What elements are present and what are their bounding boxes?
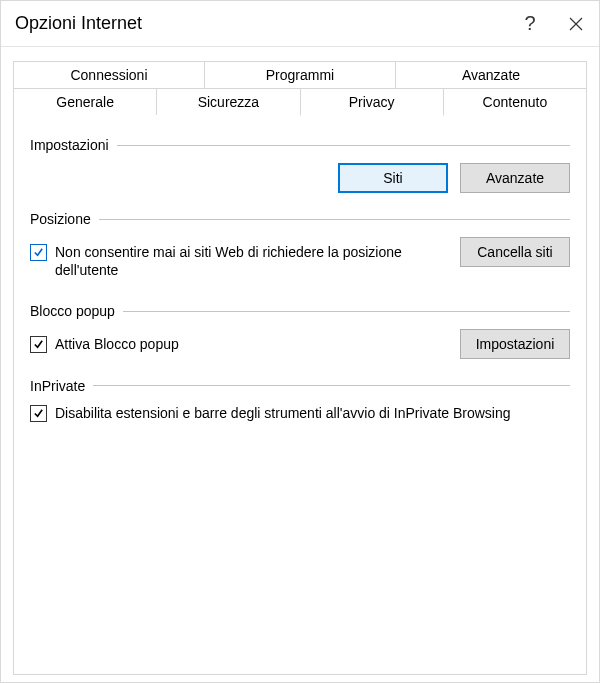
close-icon <box>569 17 583 31</box>
check-icon <box>33 408 44 419</box>
tab-row-bottom: Generale Sicurezza Privacy Contenuto <box>13 88 587 116</box>
popup-group-title: Blocco popup <box>30 303 115 319</box>
group-header: Posizione <box>30 211 570 227</box>
tab-advanced[interactable]: Avanzate <box>395 61 587 88</box>
close-button[interactable] <box>553 1 599 47</box>
check-icon <box>33 339 44 350</box>
dialog-body: Connessioni Programmi Avanzate Generale … <box>1 47 599 683</box>
tab-general[interactable]: Generale <box>13 88 157 116</box>
sites-button[interactable]: Siti <box>338 163 448 193</box>
popup-group: Blocco popup Attiva Blocco p <box>30 303 570 359</box>
never-allow-location-row: Non consentire mai ai siti Web di richie… <box>30 243 450 279</box>
check-icon <box>33 247 44 258</box>
enable-popup-blocker-label: Attiva Blocco popup <box>55 335 450 353</box>
tab-security[interactable]: Sicurezza <box>156 88 300 116</box>
internet-options-window: Opzioni Internet ? Connessioni Programmi… <box>0 0 600 683</box>
popup-settings-button[interactable]: Impostazioni <box>460 329 570 359</box>
never-allow-location-label: Non consentire mai ai siti Web di richie… <box>55 243 450 279</box>
inprivate-group: InPrivate Disabilita estensioni e barre … <box>30 378 570 422</box>
group-header: InPrivate <box>30 378 570 394</box>
divider <box>99 219 570 220</box>
tab-strip: Connessioni Programmi Avanzate Generale … <box>13 61 587 675</box>
advanced-button[interactable]: Avanzate <box>460 163 570 193</box>
help-button[interactable]: ? <box>507 1 553 47</box>
settings-group-title: Impostazioni <box>30 137 109 153</box>
location-group-title: Posizione <box>30 211 91 227</box>
divider <box>117 145 570 146</box>
settings-button-row: Siti Avanzate <box>30 163 570 193</box>
disable-extensions-row: Disabilita estensioni e barre degli stru… <box>30 404 570 422</box>
tab-privacy[interactable]: Privacy <box>300 88 444 116</box>
clear-sites-button[interactable]: Cancella siti <box>460 237 570 267</box>
privacy-panel: Impostazioni Siti Avanzate Posizione <box>13 115 587 675</box>
divider <box>123 311 570 312</box>
settings-group: Impostazioni Siti Avanzate <box>30 137 570 193</box>
group-header: Blocco popup <box>30 303 570 319</box>
location-group: Posizione Non consentire mai <box>30 211 570 285</box>
inprivate-group-title: InPrivate <box>30 378 85 394</box>
never-allow-location-checkbox[interactable] <box>30 244 47 261</box>
disable-extensions-label: Disabilita estensioni e barre degli stru… <box>55 404 570 422</box>
enable-popup-blocker-row: Attiva Blocco popup <box>30 335 450 353</box>
divider <box>93 385 570 386</box>
disable-extensions-checkbox[interactable] <box>30 405 47 422</box>
tab-connections[interactable]: Connessioni <box>13 61 205 88</box>
tab-row-top: Connessioni Programmi Avanzate <box>13 61 587 88</box>
tab-content[interactable]: Contenuto <box>443 88 587 116</box>
titlebar: Opzioni Internet ? <box>1 1 599 47</box>
tab-programs[interactable]: Programmi <box>204 61 396 88</box>
enable-popup-blocker-checkbox[interactable] <box>30 336 47 353</box>
window-title: Opzioni Internet <box>15 13 507 34</box>
location-row: Non consentire mai ai siti Web di richie… <box>30 237 570 285</box>
popup-row: Attiva Blocco popup Impostazioni <box>30 329 570 359</box>
group-header: Impostazioni <box>30 137 570 153</box>
